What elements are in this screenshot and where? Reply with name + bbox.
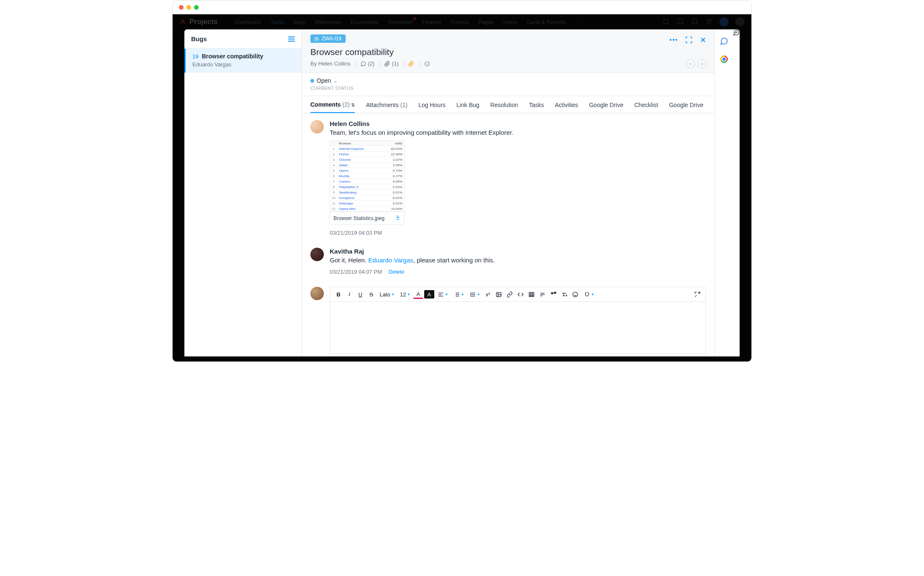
font-size-select[interactable]: 12▾	[397, 289, 412, 299]
superscript-button[interactable]: x²	[483, 289, 493, 299]
user-avatar-top[interactable]	[735, 17, 745, 26]
tab-attachments[interactable]: Attachments (1)	[366, 97, 407, 113]
right-rail	[714, 29, 733, 356]
italic-button[interactable]: I	[344, 289, 354, 299]
code-button[interactable]	[516, 289, 526, 299]
comment-icon	[360, 61, 366, 67]
expand-icon[interactable]	[685, 36, 693, 44]
meta-row: By Helen Collins | (2) | (1) |	[310, 60, 706, 67]
bgnav-dashboard[interactable]: Dashboard	[234, 19, 261, 25]
next-arrow[interactable]: ›	[698, 59, 707, 68]
tab-activities[interactable]: Activities	[555, 97, 578, 113]
bgnav-tasks[interactable]: Tasks	[270, 19, 284, 25]
underline-button[interactable]: U	[355, 289, 365, 299]
align-button[interactable]: ▾	[435, 289, 450, 299]
brand: Projects	[179, 18, 218, 26]
meta-attachments[interactable]: (1)	[384, 60, 399, 67]
plug-icon[interactable]	[705, 18, 713, 26]
font-color-button[interactable]: A	[413, 291, 423, 299]
link-button[interactable]	[505, 289, 515, 299]
content-header: ZWA-I19 Browser compatibility By Helen C…	[302, 29, 714, 73]
bgnav-pages[interactable]: Pages	[478, 19, 494, 25]
status-select[interactable]: Open ⌄	[310, 77, 706, 84]
bgnav-timesheet[interactable]: Timesheet	[387, 19, 412, 25]
bgnav-finance[interactable]: Finance	[422, 19, 441, 25]
attachment-card[interactable]: Browservisits 1Internet Explorer68.03% 2…	[330, 140, 404, 225]
paperclip-icon	[384, 61, 390, 67]
meta-attachments-count: (1)	[392, 60, 399, 67]
more-format-button[interactable]: ▾	[581, 289, 596, 299]
table-button[interactable]	[527, 289, 537, 299]
main-pane: ZWA-I19 Browser compatibility By Helen C…	[302, 29, 733, 356]
indent-button[interactable]: ▾	[467, 289, 482, 299]
comments-scroll[interactable]: Helen Collins Team, let's focus on impro…	[302, 113, 714, 356]
bug-tag-chip[interactable]: ZWA-I19	[310, 34, 346, 43]
strikethrough-button[interactable]: S	[366, 289, 376, 299]
tab-log-hours[interactable]: Log Hours	[418, 97, 446, 113]
svg-point-0	[664, 19, 668, 24]
tab-link-bug[interactable]: Link Bug	[457, 97, 479, 113]
emoji-button[interactable]	[570, 289, 580, 299]
comment: Helen Collins Team, let's focus on impro…	[310, 120, 706, 236]
bgnav-documents[interactable]: Documents	[351, 19, 378, 25]
bold-button[interactable]: B	[333, 289, 344, 299]
editor-row: B I U S Lato▾ 12▾ A A ▾ ▾	[310, 287, 706, 354]
highlight-button[interactable]: A	[424, 290, 434, 298]
window-close-dot[interactable]	[179, 5, 184, 10]
bgnav-users[interactable]: Users	[503, 19, 517, 25]
chat-fab[interactable]	[733, 29, 740, 356]
window-minimize-dot[interactable]	[186, 5, 191, 10]
list-button[interactable]: ▾	[451, 289, 466, 299]
tabs: Comments (2)⇅ Attachments (1) Log Hours …	[302, 96, 714, 113]
user-mention[interactable]: Eduardo Vargas	[368, 257, 413, 264]
tab-resolution[interactable]: Resolution	[490, 97, 518, 113]
hr-button[interactable]	[538, 289, 548, 299]
status-dot	[310, 79, 314, 83]
editor-textarea[interactable]	[330, 302, 706, 353]
download-icon[interactable]	[395, 215, 401, 222]
sort-icon[interactable]: ⇅	[351, 102, 355, 107]
more-actions-icon[interactable]: •••	[669, 37, 678, 43]
bgnav-bugs[interactable]: Bugs	[294, 19, 306, 25]
image-button[interactable]	[494, 289, 504, 299]
sidebar-bug-item[interactable]: 19 Browser compatibility Eduardo Vargas	[184, 49, 302, 73]
comment-timestamp: 03/21/2019 04:03 PM	[330, 230, 706, 236]
prev-arrow[interactable]: ‹	[686, 59, 695, 68]
tab-comments[interactable]: Comments (2)⇅	[310, 96, 355, 113]
search-icon[interactable]	[662, 18, 670, 26]
font-family-select[interactable]: Lato▾	[377, 289, 396, 299]
delete-link[interactable]: Delete	[388, 269, 404, 275]
tab-google-drive-2[interactable]: Google Drive	[669, 97, 704, 113]
tab-tasks[interactable]: Tasks	[529, 97, 544, 113]
comment-editor: B I U S Lato▾ 12▾ A A ▾ ▾	[330, 287, 706, 354]
avatar	[310, 120, 324, 134]
svg-point-4	[498, 293, 499, 295]
tab-google-drive[interactable]: Google Drive	[589, 97, 623, 113]
bgnav-milestones[interactable]: Milestones	[315, 19, 341, 25]
window-zoom-dot[interactable]	[194, 5, 199, 10]
attachment-preview-table: Browservisits 1Internet Explorer68.03% 2…	[330, 141, 404, 212]
bgnav-gantt[interactable]: Gantt & Reports	[527, 19, 566, 25]
meta-info[interactable]	[424, 61, 430, 67]
bug-id: 19	[192, 53, 198, 60]
tab-checklist[interactable]: Checklist	[634, 97, 658, 113]
chat-rail-icon[interactable]	[720, 37, 728, 45]
quote-button[interactable]: ❝❞	[549, 289, 559, 299]
app-background: Projects Dashboard Tasks Bugs Milestones…	[173, 14, 751, 361]
sidebar-title: Bugs	[191, 35, 207, 42]
fullscreen-button[interactable]	[692, 289, 702, 299]
comment-text: Team, let's focus on improving compatibi…	[330, 129, 706, 136]
svg-point-6	[573, 292, 578, 296]
meta-comments[interactable]: (2)	[360, 60, 375, 67]
bell-icon[interactable]	[691, 18, 698, 26]
sidebar-menu-icon[interactable]	[288, 37, 295, 42]
bgnav-forums[interactable]: Forums	[451, 19, 469, 25]
nav-arrows: ‹ ›	[686, 59, 707, 68]
chrome-rail-icon[interactable]	[720, 55, 728, 63]
meta-link[interactable]	[408, 61, 414, 67]
close-icon[interactable]	[699, 36, 707, 44]
bgnav-more[interactable]: ...	[575, 19, 580, 25]
org-avatar[interactable]	[719, 17, 729, 26]
clear-format-button[interactable]	[559, 289, 570, 299]
notification-icon[interactable]	[677, 18, 684, 26]
